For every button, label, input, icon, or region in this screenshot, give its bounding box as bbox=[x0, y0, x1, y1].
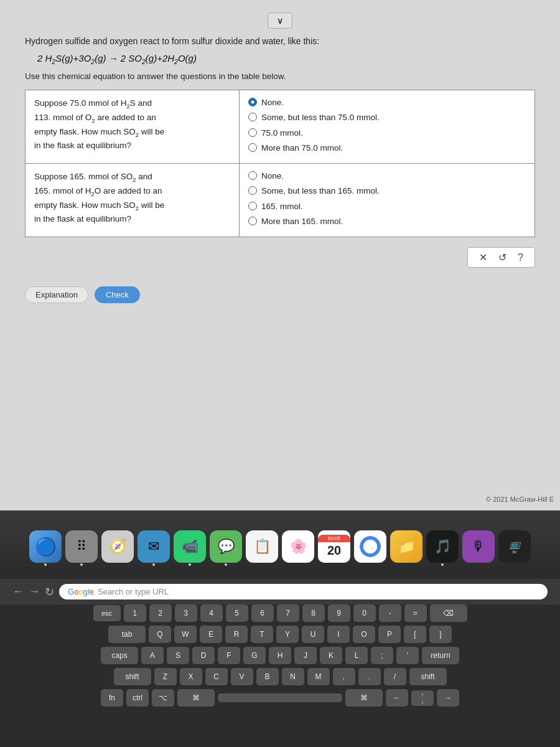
key-u[interactable]: U bbox=[302, 626, 324, 643]
key-1[interactable]: 1 bbox=[124, 604, 146, 622]
key-m[interactable]: M bbox=[307, 668, 330, 685]
key-x[interactable]: X bbox=[180, 668, 202, 685]
dock-icon-calendar[interactable]: MAR 20 bbox=[318, 530, 350, 563]
option-2-4[interactable]: More than 165. mmol. bbox=[248, 215, 526, 228]
option-1-2[interactable]: Some, but less than 75.0 mmol. bbox=[248, 111, 526, 124]
key-3[interactable]: 3 bbox=[175, 604, 197, 622]
radio-1-2[interactable] bbox=[248, 113, 257, 121]
key-r[interactable]: R bbox=[225, 626, 248, 643]
key-n[interactable]: N bbox=[282, 668, 304, 685]
option-1-1[interactable]: None. bbox=[248, 96, 526, 109]
key-e[interactable]: E bbox=[200, 626, 222, 643]
key-arrow-ud[interactable]: ↑ ↓ bbox=[411, 690, 434, 706]
key-4[interactable]: 4 bbox=[200, 604, 223, 622]
undo-button[interactable]: ↺ bbox=[498, 251, 506, 263]
key-period[interactable]: . bbox=[358, 668, 381, 685]
key-shift-l[interactable]: shift bbox=[114, 668, 151, 685]
key-tab[interactable]: tab bbox=[108, 626, 146, 643]
key-slash[interactable]: / bbox=[384, 668, 406, 685]
option-1-3[interactable]: 75.0 mmol. bbox=[248, 127, 526, 139]
dock-icon-appletv[interactable]: 📺 tv bbox=[498, 530, 531, 563]
key-comma[interactable]: , bbox=[333, 668, 355, 685]
key-t[interactable]: T bbox=[251, 626, 273, 643]
key-h[interactable]: H bbox=[269, 647, 291, 664]
dock-icon-podcasts[interactable]: 🎙 bbox=[462, 530, 495, 563]
key-arrow-right[interactable]: → bbox=[437, 689, 459, 707]
key-quote[interactable]: ' bbox=[396, 647, 419, 664]
key-cmd-r[interactable]: ⌘ bbox=[345, 689, 383, 707]
key-return[interactable]: return bbox=[422, 647, 459, 664]
key-space[interactable] bbox=[218, 693, 342, 702]
refresh-nav[interactable]: ↻ bbox=[45, 585, 54, 599]
key-q[interactable]: Q bbox=[149, 626, 171, 643]
dock-icon-facetime[interactable]: 📹 bbox=[174, 530, 206, 563]
dock-icon-mail[interactable]: ✉ bbox=[138, 530, 170, 563]
key-bracket-l[interactable]: [ bbox=[404, 626, 426, 643]
key-shift-r[interactable]: shift bbox=[409, 668, 447, 685]
key-semicolon[interactable]: ; bbox=[371, 647, 393, 664]
radio-2-2[interactable] bbox=[248, 186, 257, 195]
key-b[interactable]: B bbox=[256, 668, 279, 685]
key-ctrl[interactable]: ctrl bbox=[126, 689, 149, 707]
option-2-1[interactable]: None. bbox=[248, 170, 526, 182]
key-cmd-l[interactable]: ⌘ bbox=[177, 689, 215, 707]
dock-icon-finder[interactable]: 🔵 bbox=[29, 530, 62, 563]
dock-icon-photos[interactable]: 🌸 bbox=[282, 530, 314, 563]
dock-icon-chrome[interactable] bbox=[354, 530, 386, 563]
key-0[interactable]: 0 bbox=[353, 604, 376, 622]
dock-icon-launchpad[interactable]: ⠿ bbox=[65, 530, 98, 563]
dock-icon-safari[interactable]: 🧭 bbox=[101, 530, 134, 563]
option-2-2[interactable]: Some, but less than 165. mmol. bbox=[248, 185, 526, 197]
key-y[interactable]: Y bbox=[276, 626, 299, 643]
key-equals[interactable]: = bbox=[404, 604, 427, 622]
key-d[interactable]: D bbox=[192, 647, 215, 664]
key-z[interactable]: Z bbox=[154, 668, 177, 685]
search-input-bar[interactable]: Google Search or type URL bbox=[59, 584, 548, 599]
key-c[interactable]: C bbox=[205, 668, 228, 685]
key-p[interactable]: P bbox=[378, 626, 401, 643]
option-2-3[interactable]: 165. mmol. bbox=[248, 200, 526, 213]
dock-icon-music[interactable]: 🎵 bbox=[426, 530, 459, 563]
back-nav[interactable]: ← bbox=[12, 585, 24, 598]
key-caps[interactable]: caps bbox=[101, 647, 138, 664]
key-bracket-r[interactable]: ] bbox=[429, 626, 452, 643]
key-6[interactable]: 6 bbox=[251, 604, 274, 622]
radio-2-1[interactable] bbox=[248, 171, 257, 180]
radio-2-3[interactable] bbox=[248, 202, 257, 210]
key-k[interactable]: K bbox=[320, 647, 342, 664]
key-9[interactable]: 9 bbox=[328, 604, 350, 622]
key-alt[interactable]: ⌥ bbox=[152, 689, 174, 707]
key-g[interactable]: G bbox=[243, 647, 266, 664]
key-s[interactable]: S bbox=[167, 647, 189, 664]
key-l[interactable]: L bbox=[345, 647, 368, 664]
dock-icon-files[interactable]: 📁 bbox=[390, 530, 422, 563]
dock-icon-messages[interactable]: 💬 bbox=[210, 530, 242, 563]
clear-button[interactable]: ✕ bbox=[479, 251, 487, 263]
key-w[interactable]: W bbox=[174, 626, 197, 643]
key-arrow-left[interactable]: ← bbox=[386, 689, 408, 707]
radio-1-1[interactable] bbox=[248, 98, 257, 106]
key-j[interactable]: J bbox=[294, 647, 317, 664]
key-v[interactable]: V bbox=[231, 668, 253, 685]
help-button[interactable]: ? bbox=[518, 252, 523, 263]
radio-2-4[interactable] bbox=[248, 217, 257, 225]
key-fn[interactable]: fn bbox=[101, 689, 123, 707]
key-delete[interactable]: ⌫ bbox=[430, 604, 467, 622]
key-minus[interactable]: - bbox=[379, 604, 401, 622]
radio-1-3[interactable] bbox=[248, 128, 257, 137]
dropdown-button[interactable]: ∨ bbox=[268, 12, 292, 29]
key-a[interactable]: A bbox=[141, 647, 164, 664]
radio-1-4[interactable] bbox=[248, 143, 257, 152]
key-8[interactable]: 8 bbox=[302, 604, 325, 622]
dock-icon-reminders[interactable]: 📋 bbox=[246, 530, 278, 563]
key-f[interactable]: F bbox=[218, 647, 240, 664]
key-o[interactable]: O bbox=[353, 626, 375, 643]
forward-nav[interactable]: → bbox=[29, 585, 40, 598]
key-7[interactable]: 7 bbox=[277, 604, 299, 622]
key-i[interactable]: I bbox=[327, 626, 350, 643]
explanation-button[interactable]: Explanation bbox=[25, 286, 88, 303]
check-button[interactable]: Check bbox=[95, 286, 140, 303]
option-1-4[interactable]: More than 75.0 mmol. bbox=[248, 142, 526, 154]
esc-key[interactable]: esc bbox=[93, 605, 121, 621]
key-2[interactable]: 2 bbox=[149, 604, 172, 622]
